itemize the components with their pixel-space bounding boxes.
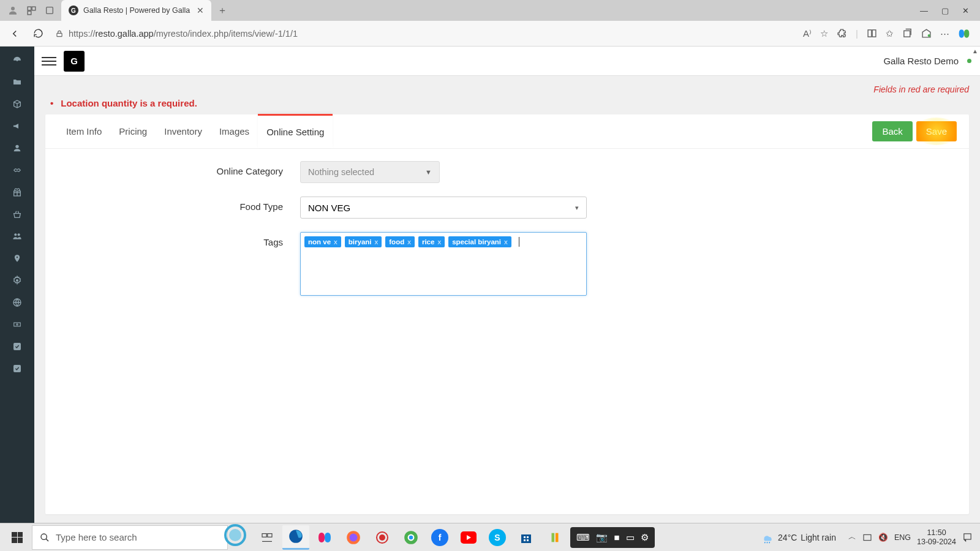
chrome-icon[interactable] [398, 525, 424, 550]
megaphone-icon[interactable] [11, 120, 23, 132]
basket-icon[interactable] [11, 208, 23, 220]
profile-icon[interactable] [4, 1, 22, 20]
svg-point-15 [17, 257, 18, 258]
gift-icon[interactable] [11, 186, 23, 198]
browser-titlebar: G Galla Resto | Powered by Galla ✕ ＋ — ▢… [0, 0, 980, 21]
new-tab-button[interactable]: ＋ [217, 4, 227, 17]
more-icon[interactable]: ⋯ [940, 28, 949, 39]
menu-toggle-icon[interactable] [42, 54, 56, 69]
tray-chevron-icon[interactable]: ︿ [848, 532, 856, 542]
back-button[interactable]: Back [872, 121, 912, 141]
tag-chip[interactable]: non vex [304, 236, 341, 247]
start-button[interactable] [2, 525, 32, 550]
tag-remove-icon[interactable]: x [375, 238, 379, 246]
box-icon[interactable] [11, 98, 23, 110]
read-aloud-icon[interactable]: A⁾ [803, 28, 812, 39]
app-icon[interactable] [541, 525, 568, 550]
weather-widget[interactable]: 24°C Light rain [761, 531, 836, 544]
tab-inventory[interactable]: Inventory [156, 114, 211, 149]
video-icon[interactable]: ■ [614, 532, 619, 542]
svg-point-14 [18, 233, 20, 236]
check2-icon[interactable] [11, 362, 23, 375]
keyboard-icon[interactable]: ⌨ [576, 532, 590, 543]
settings-icon[interactable]: ⚙ [641, 532, 649, 543]
cash-icon[interactable] [11, 318, 23, 331]
tab-item-info[interactable]: Item Info [58, 114, 110, 149]
row-tags: Tags non vex biryanix foodx ricex specia… [60, 232, 954, 296]
online-category-select[interactable]: Nothing selected ▼ [300, 161, 440, 183]
brand-logo[interactable]: G [64, 51, 85, 72]
tag-remove-icon[interactable]: x [437, 238, 441, 246]
maximize-button[interactable]: ▢ [941, 6, 949, 15]
main-content: G Galla Resto Demo Fields in red are req… [34, 47, 980, 523]
tab-images[interactable]: Images [211, 114, 258, 149]
gear-icon[interactable] [11, 274, 23, 287]
input-icon[interactable] [862, 533, 872, 542]
tag-chip[interactable]: biryanix [345, 236, 382, 247]
copilot-app-icon[interactable] [311, 525, 338, 550]
workspaces-icon[interactable] [22, 1, 40, 20]
language-indicator[interactable]: ENG [894, 533, 911, 542]
tab-actions-icon[interactable] [40, 1, 59, 20]
collections-icon[interactable] [902, 28, 913, 39]
tag-chip[interactable]: ricex [418, 236, 445, 247]
facebook-icon[interactable]: f [426, 525, 453, 550]
svg-rect-6 [868, 30, 872, 37]
user-name[interactable]: Galla Resto Demo [883, 56, 967, 66]
youtube-icon[interactable] [455, 525, 482, 550]
cortana-icon[interactable] [222, 522, 249, 549]
pin-icon[interactable] [11, 252, 23, 264]
taskbar: Type here to search f S ⌨ 📷 ■ ▭ ⚙ 2 [0, 523, 980, 551]
firefox-icon[interactable] [340, 525, 367, 550]
tag-chip[interactable]: foodx [385, 236, 415, 247]
tag-remove-icon[interactable]: x [504, 238, 508, 246]
tag-chip[interactable]: special biryanix [448, 236, 511, 247]
window-icon[interactable]: ▭ [626, 532, 635, 543]
camera-icon[interactable]: 📷 [596, 532, 608, 543]
tag-text: non ve [308, 238, 331, 246]
volume-icon[interactable]: 🔇 [878, 533, 888, 542]
close-tab-icon[interactable]: ✕ [195, 4, 205, 17]
tab-pricing[interactable]: Pricing [110, 114, 156, 149]
tag-remove-icon[interactable]: x [407, 238, 411, 246]
shopping-icon[interactable] [921, 28, 932, 39]
dashboard-icon[interactable] [11, 54, 23, 66]
toolbar-capsule[interactable]: ⌨ 📷 ■ ▭ ⚙ [599, 525, 626, 550]
globe-icon[interactable] [11, 296, 23, 309]
back-nav-icon[interactable] [6, 25, 23, 42]
taskbar-search[interactable]: Type here to search [32, 525, 228, 550]
scrollbar-up-icon[interactable]: ▲ [972, 48, 978, 54]
tag-remove-icon[interactable]: x [334, 238, 337, 246]
save-button[interactable]: Save [916, 121, 957, 141]
user-icon[interactable] [11, 142, 23, 154]
close-window-button[interactable]: ✕ [962, 6, 969, 15]
svg-rect-18 [14, 323, 21, 326]
minimize-button[interactable]: — [920, 6, 928, 15]
extensions-icon[interactable] [837, 28, 847, 39]
skype-icon[interactable]: S [484, 525, 511, 550]
browser-tab[interactable]: G Galla Resto | Powered by Galla ✕ [61, 0, 211, 21]
copilot-icon[interactable] [958, 28, 970, 40]
check-icon[interactable] [11, 340, 23, 353]
split-screen-icon[interactable] [867, 28, 877, 39]
clock[interactable]: 11:50 13-09-2024 [917, 528, 956, 547]
weather-temp: 24°C [778, 533, 797, 542]
refresh-icon[interactable] [29, 25, 47, 42]
record-icon[interactable] [369, 525, 396, 550]
store-icon[interactable] [513, 525, 540, 550]
users-icon[interactable] [11, 230, 23, 242]
system-tray: 24°C Light rain ︿ 🔇 ENG 11:50 13-09-2024 [761, 528, 978, 547]
label-online-category: Online Category [60, 161, 300, 176]
edge-icon[interactable] [282, 525, 309, 550]
favorite-icon[interactable]: ☆ [820, 28, 828, 39]
task-view-icon[interactable] [254, 525, 281, 550]
food-type-select[interactable]: NON VEG ▾ [300, 197, 587, 219]
handshake-icon[interactable] [11, 164, 23, 176]
url-input[interactable]: https://resto.galla.app/myresto/index.ph… [53, 29, 797, 39]
notifications-icon[interactable] [962, 532, 973, 542]
tags-input[interactable]: non vex biryanix foodx ricex special bir… [300, 232, 587, 296]
favorites-list-icon[interactable]: ✩ [886, 28, 894, 39]
folder-icon[interactable] [11, 76, 23, 88]
svg-point-13 [14, 233, 17, 236]
tab-online-setting[interactable]: Online Setting [258, 114, 333, 148]
